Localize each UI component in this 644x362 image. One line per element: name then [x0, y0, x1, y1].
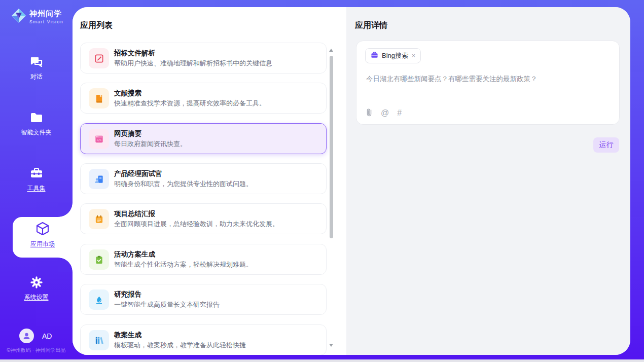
app-card-selected[interactable]: </> 网页摘要 每日政府新闻资讯快查。 [80, 123, 327, 154]
book-icon [89, 88, 109, 108]
app-card[interactable]: 产品经理面试官 明确身份和职责，为您提供专业性的面试问题。 [80, 163, 327, 194]
user-initials: AD [42, 332, 52, 340]
clipboard-check-icon [89, 249, 109, 270]
app-card-title: 项目总结汇报 [114, 209, 155, 219]
sidebar-item-label: 应用市场 [13, 240, 73, 248]
app-card-title: 产品经理面试官 [114, 169, 162, 178]
app-detail-title: 应用详情 [355, 20, 387, 31]
pen-square-icon [89, 48, 109, 68]
briefcase-icon [371, 51, 378, 61]
app-root: 神州问学 Smart Vision 对话 智能文件夹 [0, 0, 644, 362]
brand-logo: 神州问学 Smart Vision [11, 8, 63, 25]
prompt-card: Bing搜索 × 今日湖北有哪些新闻要点？有哪些需要关注的最新政策？ @ # [356, 41, 620, 125]
app-card-title: 活动方案生成 [114, 250, 155, 259]
app-card-desc: 快速精准查找学术资源，提高研究效率的必备工具。 [114, 99, 266, 108]
books-icon [89, 330, 109, 350]
ink-flask-icon [89, 289, 109, 310]
sidebar-item-settings[interactable]: 系统设置 [0, 275, 73, 302]
scrollbar-thumb[interactable] [330, 56, 333, 238]
run-button[interactable]: 运行 [593, 137, 619, 153]
app-list-title: 应用列表 [80, 20, 113, 31]
app-card[interactable]: 研究报告 一键智能生成高质量长文本研究报告 [80, 284, 327, 315]
mention-icon[interactable]: @ [381, 109, 389, 117]
folder-icon [0, 111, 73, 125]
input-toolbar: @ # [366, 108, 402, 118]
scroll-down-arrow-icon[interactable] [329, 344, 333, 347]
query-input[interactable]: 今日湖北有哪些新闻要点？有哪些需要关注的最新政策？ [366, 75, 610, 84]
gear-icon [0, 275, 73, 289]
app-card-desc: 明确身份和职责，为您提供专业性的面试问题。 [114, 179, 253, 189]
sidebar-item-label: 工具集 [0, 184, 73, 193]
notepad-icon [89, 209, 109, 229]
app-card-title: 研究报告 [114, 290, 141, 299]
app-card-title: 招标文件解析 [114, 49, 155, 58]
sidebar-item-label: 系统设置 [0, 293, 73, 302]
app-card-desc: 帮助用户快速、准确地理解和解析招标书中的关键信息 [114, 59, 272, 68]
app-card[interactable]: 教案生成 模板驱动，教案秒成，教学准备从此轻松快捷 [80, 324, 327, 355]
sidebar-item-smart-folder[interactable]: 智能文件夹 [0, 111, 73, 137]
app-card[interactable]: 活动方案生成 智能生成个性化活动方案，轻松解决规划难题。 [80, 244, 327, 275]
app-card-desc: 每日政府新闻资讯快查。 [114, 139, 187, 149]
toolbox-icon [0, 166, 73, 180]
sidebar-item-label: 对话 [0, 73, 73, 81]
app-detail-panel: 应用详情 Bing搜索 × 今日湖北有哪些新闻要点？有哪些需要关注的最新政策？ [346, 7, 630, 355]
list-scrollbar[interactable] [329, 43, 334, 353]
app-card-title: 教案生成 [114, 331, 141, 340]
main-panel: 应用列表 招标文件解析 帮助用户快速、准确地理解和解析招标书中的关键信息 [73, 7, 630, 355]
sidebar: 神州问学 Smart Vision 对话 智能文件夹 [0, 0, 73, 359]
brand-diamond-icon [11, 8, 26, 25]
sidebar-item-app-market[interactable]: 应用市场 [13, 221, 73, 248]
scroll-up-arrow-icon[interactable] [329, 49, 333, 52]
app-card-desc: 智能生成个性化活动方案，轻松解决规划难题。 [114, 260, 253, 269]
app-card-desc: 一键智能生成高质量长文本研究报告 [114, 300, 220, 309]
chat-icon [0, 55, 73, 69]
tool-tag-label: Bing搜索 [382, 51, 408, 60]
attachment-icon[interactable] [366, 108, 373, 118]
sidebar-item-toolset[interactable]: 工具集 [0, 166, 73, 193]
close-icon[interactable]: × [412, 53, 415, 59]
sidebar-item-label: 智能文件夹 [0, 128, 73, 137]
avatar [19, 329, 34, 343]
copyright-text: ©神州数码 · 神州问学出品 [0, 347, 73, 354]
app-card[interactable]: 项目总结汇报 全面回顾项目进展，总结经验教训，助力未来优化发展。 [80, 203, 327, 234]
app-card-title: 文献搜索 [114, 89, 141, 98]
hash-icon[interactable]: # [397, 109, 402, 117]
app-card-desc: 全面回顾项目进展，总结经验教训，助力未来优化发展。 [114, 220, 279, 229]
brand-name-block: 神州问学 Smart Vision [29, 9, 63, 24]
app-card-desc: 模板驱动，教案秒成，教学准备从此轻松快捷 [114, 341, 246, 350]
cube-icon [13, 221, 73, 236]
app-card-title: 网页摘要 [114, 129, 141, 138]
tool-tag-bing-search[interactable]: Bing搜索 × [365, 48, 421, 63]
brand-subtitle: Smart Vision [29, 19, 63, 24]
app-card[interactable]: 招标文件解析 帮助用户快速、准确地理解和解析招标书中的关键信息 [80, 43, 327, 74]
app-card[interactable]: 文献搜索 快速精准查找学术资源，提高研究效率的必备工具。 [80, 83, 327, 114]
svg-text:</>: </> [96, 138, 101, 141]
brand-name: 神州问学 [29, 9, 63, 19]
interviewer-icon [89, 169, 109, 189]
browser-code-icon: </> [89, 129, 109, 149]
user-account[interactable]: AD [19, 329, 52, 343]
app-list-panel: 应用列表 招标文件解析 帮助用户快速、准确地理解和解析招标书中的关键信息 [73, 7, 346, 355]
sidebar-item-chat[interactable]: 对话 [0, 55, 73, 81]
